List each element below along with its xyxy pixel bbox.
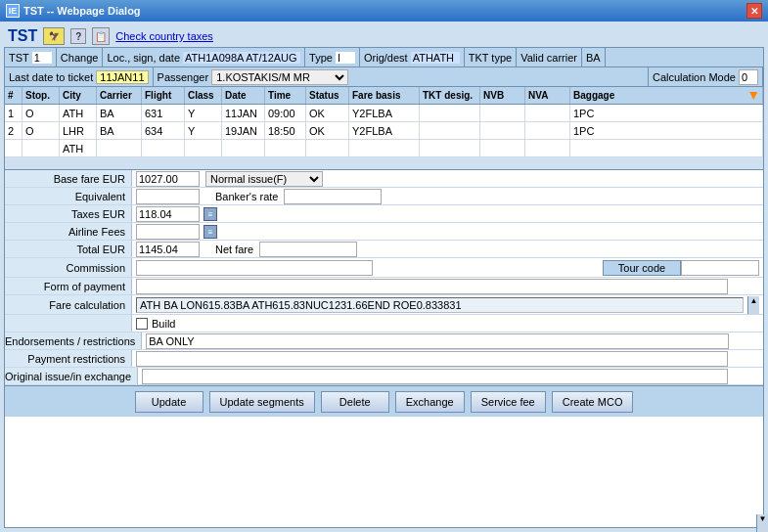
change-cell[interactable]: Change: [57, 48, 104, 66]
original-issue-label: Original issue/in exchange: [5, 368, 138, 384]
passenger-select[interactable]: 1.KOSTAKIS/M MR: [211, 69, 348, 85]
update-button[interactable]: Update: [135, 391, 203, 413]
airline-fees-area: ≡: [132, 224, 763, 240]
fare-calc-area: ATH BA LON615.83BA ATH615.83NUC1231.66EN…: [132, 296, 763, 314]
delete-button[interactable]: Delete: [321, 391, 389, 413]
form-of-payment-label: Form of payment: [5, 278, 132, 294]
cell-status-1: OK: [306, 105, 349, 121]
cell-stop-1: O: [23, 105, 60, 121]
cell-fare-basis-3: [349, 140, 420, 156]
col-carrier: Carrier: [97, 87, 142, 104]
cell-class-3: [185, 140, 222, 156]
payment-restrictions-label: Payment restrictions: [5, 350, 132, 367]
form-of-payment-input[interactable]: [136, 279, 728, 294]
cell-tkt-desig-2: [420, 122, 480, 139]
bird-icon[interactable]: 🦅: [43, 27, 65, 45]
equivalent-row: Equivalent Banker's rate: [5, 188, 763, 205]
total-input[interactable]: [136, 242, 200, 257]
cell-class-1: Y: [185, 105, 222, 121]
type-value: I: [336, 52, 355, 64]
last-date-value: 11JAN11: [96, 70, 148, 84]
base-fare-input[interactable]: [136, 171, 200, 187]
tst-app-title: TST: [8, 27, 37, 45]
last-date-cell: Last date to ticket 11JAN11: [5, 67, 154, 86]
col-nva: NVA: [525, 87, 570, 104]
loc-cell: Loc., sign, date ATH1A098A AT/12AUG: [103, 48, 305, 66]
endorsements-label: Endorsements / restrictions: [5, 332, 142, 349]
total-area: Net fare: [132, 242, 763, 257]
baggage-arrow-icon: ▼: [746, 87, 760, 103]
create-mco-button[interactable]: Create MCO: [552, 391, 634, 413]
cell-carrier-3: [97, 140, 142, 156]
tour-code-input[interactable]: [681, 260, 759, 276]
window-body: TST 🦅 ? 📋 Check country taxes TST 1 Chan…: [0, 22, 768, 532]
build-area: Build ▼: [132, 318, 763, 330]
cell-baggage-3: [570, 140, 763, 156]
tour-code-box: Tour code: [603, 260, 681, 276]
equivalent-area: Banker's rate: [132, 189, 763, 204]
equivalent-input[interactable]: [136, 189, 200, 204]
cell-time-3: [265, 140, 306, 156]
change-label: Change: [61, 52, 99, 64]
main-content: TST 1 Change Loc., sign, date ATH1A098A …: [4, 47, 764, 528]
exchange-button[interactable]: Exchange: [395, 391, 465, 413]
taxes-label: Taxes EUR: [5, 205, 132, 222]
type-label: Type: [309, 52, 333, 64]
col-time: Time: [265, 87, 306, 104]
taxes-detail-icon[interactable]: ≡: [203, 207, 217, 221]
fare-calc-scrollbar-down[interactable]: ▼: [756, 514, 764, 528]
build-checkbox[interactable]: [136, 318, 148, 330]
equivalent-label: Equivalent: [5, 188, 132, 204]
col-baggage: Baggage ▼: [570, 87, 763, 104]
cell-nva-2: [525, 122, 570, 139]
cell-city-2: LHR: [60, 122, 97, 139]
close-button[interactable]: ✕: [746, 3, 762, 19]
total-label: Total EUR: [5, 241, 132, 257]
payment-restrictions-input[interactable]: [136, 351, 728, 367]
cell-status-2: OK: [306, 122, 349, 139]
col-flight: Flight: [142, 87, 185, 104]
col-num: #: [5, 87, 23, 104]
help-icon[interactable]: ?: [70, 28, 86, 44]
cell-flight-1: 631: [142, 105, 185, 121]
bankers-rate-label: Banker's rate: [215, 191, 278, 202]
passenger-label: Passenger: [158, 71, 209, 83]
bankers-rate-input[interactable]: [284, 189, 382, 204]
flight-table: 1 O ATH BA 631 Y 11JAN 09:00 OK Y2FLBA 1…: [5, 105, 763, 157]
airline-fees-detail-icon[interactable]: ≡: [203, 225, 217, 239]
taxes-input[interactable]: [136, 206, 200, 222]
airline-fees-input[interactable]: [136, 224, 200, 240]
table-row: ATH: [5, 140, 763, 157]
service-fee-button[interactable]: Service fee: [471, 391, 546, 413]
fare-calc-label: Fare calculation: [5, 295, 132, 314]
update-segments-button[interactable]: Update segments: [209, 391, 315, 413]
endorsements-area: [142, 333, 763, 349]
commission-label: Commission: [5, 258, 132, 277]
payment-restrictions-row: Payment restrictions: [5, 350, 763, 368]
endorsements-input[interactable]: [146, 333, 728, 349]
base-fare-label: Base fare EUR: [5, 170, 132, 187]
col-status: Status: [306, 87, 349, 104]
taxes-area: ≡: [132, 206, 763, 222]
original-issue-input[interactable]: [142, 369, 728, 384]
cell-nva-1: [525, 105, 570, 121]
country-taxes-link[interactable]: Check country taxes: [115, 30, 213, 42]
cell-num-2: 2: [5, 122, 23, 139]
issue-type-select[interactable]: Normal issue(F): [205, 171, 323, 187]
valid-carrier-label: Valid carrier: [520, 52, 577, 64]
commission-input[interactable]: [136, 260, 373, 276]
cell-status-3: [306, 140, 349, 156]
calc-mode-input[interactable]: [739, 69, 758, 85]
info-icon[interactable]: 📋: [92, 27, 110, 45]
cell-num-3: [5, 140, 23, 156]
net-fare-input[interactable]: [259, 242, 357, 257]
original-issue-row: Original issue/in exchange: [5, 368, 763, 385]
tst-num-value: 1: [32, 52, 52, 64]
cell-class-2: Y: [185, 122, 222, 139]
airline-fees-row: Airline Fees ≡: [5, 223, 763, 241]
build-label: Build: [152, 318, 175, 330]
fare-calc-scrollbar-up[interactable]: ▲: [747, 296, 759, 314]
commission-area: Tour code: [132, 260, 763, 276]
cell-date-2: 19JAN: [222, 122, 265, 139]
col-class: Class: [185, 87, 222, 104]
